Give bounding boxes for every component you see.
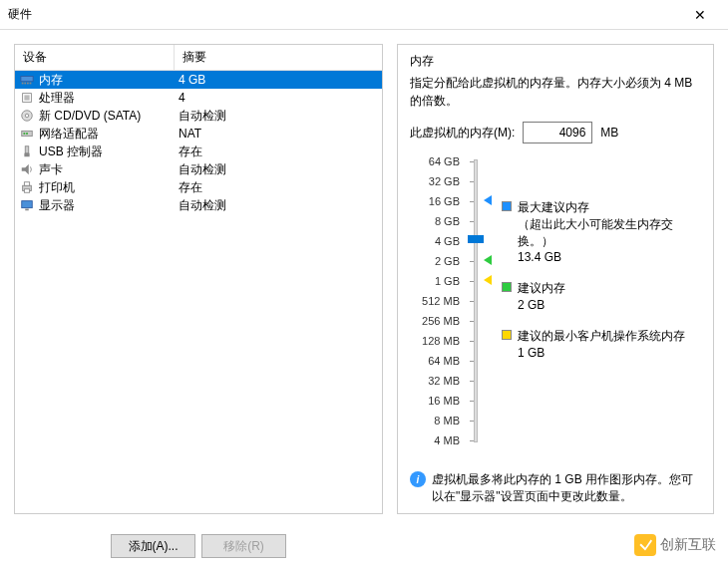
memory-input[interactable] — [523, 122, 592, 143]
memory-icon — [19, 72, 35, 88]
memory-panel: 内存 指定分配给此虚拟机的内存量。内存大小必须为 4 MB 的倍数。 此虚拟机的… — [397, 44, 714, 514]
table-header: 设备 摘要 — [15, 45, 382, 71]
svg-rect-0 — [21, 77, 33, 82]
info-text: 虚拟机最多将此内存的 1 GB 用作图形内存。您可以在"显示器"设置页面中更改此… — [432, 471, 701, 505]
mem-input-label: 此虚拟机的内存(M): — [410, 125, 515, 142]
device-summary: NAT — [179, 127, 378, 141]
device-summary: 存在 — [179, 143, 378, 160]
device-label: USB 控制器 — [39, 143, 179, 160]
legend-max-value: 13.4 GB — [518, 249, 701, 266]
legend-green-icon — [502, 282, 512, 292]
device-row[interactable]: 新 CD/DVD (SATA)自动检测 — [15, 107, 382, 125]
section-title: 内存 — [410, 53, 701, 70]
slider-tick-label: 128 MB — [410, 333, 460, 349]
slider-tick-label: 8 GB — [410, 213, 460, 229]
svg-rect-18 — [22, 201, 33, 208]
svg-rect-4 — [30, 83, 32, 85]
legend-rec-value: 2 GB — [518, 297, 565, 314]
svg-rect-2 — [24, 83, 26, 85]
svg-rect-11 — [26, 133, 28, 135]
legend-blue-icon — [502, 201, 512, 211]
device-label: 网络适配器 — [39, 126, 179, 142]
slider-tick-label: 16 MB — [410, 393, 460, 409]
device-summary: 自动检测 — [179, 108, 378, 125]
memory-slider[interactable] — [466, 153, 486, 448]
svg-rect-16 — [24, 182, 29, 186]
device-label: 显示器 — [39, 197, 179, 214]
device-label: 打印机 — [39, 179, 179, 196]
remove-button: 移除(R) — [201, 534, 286, 558]
device-summary: 自动检测 — [179, 197, 378, 214]
sound-icon — [19, 161, 35, 177]
svg-rect-17 — [24, 189, 29, 193]
device-list: 设备 摘要 内存4 GB处理器4新 CD/DVD (SATA)自动检测网络适配器… — [14, 44, 383, 514]
device-row[interactable]: 显示器自动检测 — [15, 196, 382, 214]
svg-rect-6 — [24, 95, 29, 100]
min-marker-icon — [484, 275, 492, 285]
device-row[interactable]: 处理器4 — [15, 89, 382, 107]
close-icon[interactable]: ✕ — [680, 7, 720, 23]
slider-tick-label: 2 GB — [410, 253, 460, 269]
rec-marker-icon — [484, 255, 492, 265]
network-icon — [19, 126, 35, 142]
legend-min-value: 1 GB — [518, 345, 685, 362]
device-row[interactable]: USB 控制器存在 — [15, 142, 382, 160]
svg-point-8 — [25, 114, 29, 118]
slider-tick-label: 256 MB — [410, 313, 460, 329]
svg-rect-12 — [25, 146, 29, 153]
slider-tick-label: 64 MB — [410, 353, 460, 369]
watermark-icon — [634, 534, 656, 556]
device-label: 处理器 — [39, 90, 179, 107]
slider-tick-label: 32 GB — [410, 173, 460, 189]
device-summary: 4 — [179, 91, 378, 105]
slider-tick-label: 4 GB — [410, 233, 460, 249]
slider-tick-label: 8 MB — [410, 413, 460, 428]
slider-tick-label: 64 GB — [410, 153, 460, 169]
slider-handle-icon[interactable] — [468, 235, 484, 243]
device-label: 新 CD/DVD (SATA) — [39, 108, 179, 125]
col-device: 设备 — [15, 45, 175, 70]
usb-icon — [19, 143, 35, 159]
slider-tick-label: 1 GB — [410, 273, 460, 289]
add-button[interactable]: 添加(A)... — [111, 534, 195, 558]
legend-rec-title: 建议内存 — [518, 280, 565, 297]
svg-rect-13 — [24, 153, 29, 157]
device-row[interactable]: 声卡自动检测 — [15, 160, 382, 178]
svg-rect-10 — [24, 133, 26, 135]
cpu-icon — [19, 90, 35, 106]
device-summary: 4 GB — [179, 73, 378, 87]
slider-tick-label: 32 MB — [410, 373, 460, 389]
device-row[interactable]: 内存4 GB — [15, 71, 382, 89]
legend-max-note: （超出此大小可能发生内存交换。） — [518, 216, 701, 250]
window-title: 硬件 — [8, 6, 680, 23]
svg-rect-1 — [22, 83, 24, 85]
svg-rect-3 — [27, 83, 29, 85]
watermark: 创新互联 — [634, 534, 716, 556]
watermark-text: 创新互联 — [660, 536, 716, 554]
info-icon: i — [410, 471, 426, 487]
legend-max-title: 最大建议内存 — [518, 199, 701, 216]
legend-yellow-icon — [502, 330, 512, 340]
col-summary: 摘要 — [175, 45, 382, 70]
svg-rect-19 — [25, 209, 29, 211]
slider-tick-label: 16 GB — [410, 193, 460, 209]
mem-unit: MB — [600, 126, 618, 140]
device-row[interactable]: 网络适配器NAT — [15, 125, 382, 142]
slider-tick-label: 4 MB — [410, 432, 460, 448]
svg-marker-14 — [22, 164, 29, 175]
device-summary: 自动检测 — [179, 161, 378, 178]
slider-tick-label: 512 MB — [410, 293, 460, 309]
max-marker-icon — [484, 195, 492, 205]
device-label: 内存 — [39, 72, 179, 89]
printer-icon — [19, 179, 35, 195]
device-row[interactable]: 打印机存在 — [15, 178, 382, 196]
cd-icon — [19, 108, 35, 124]
display-icon — [19, 197, 35, 213]
device-summary: 存在 — [179, 179, 378, 196]
device-label: 声卡 — [39, 161, 179, 178]
section-desc: 指定分配给此虚拟机的内存量。内存大小必须为 4 MB 的倍数。 — [410, 74, 701, 110]
legend-min-title: 建议的最小客户机操作系统内存 — [518, 328, 685, 345]
